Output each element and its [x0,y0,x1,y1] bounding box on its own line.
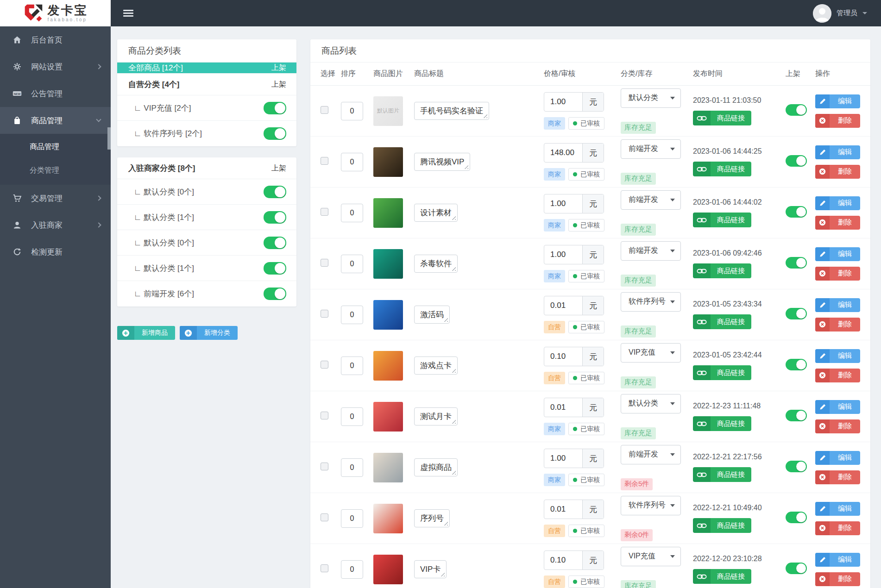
title-textarea[interactable]: 设计素材 [414,204,458,222]
resize-handle-icon[interactable] [444,318,448,322]
brand-logo[interactable]: 发卡宝 fakabao.top [0,0,111,26]
delete-button[interactable]: 删除 [815,521,860,535]
category-select[interactable]: VIP充值 [621,343,681,363]
category-row[interactable]: 自营分类 [4个] 上架 [117,74,296,95]
sort-input[interactable] [341,102,363,120]
category-toggle[interactable] [264,237,286,249]
row-checkbox[interactable] [321,412,328,419]
on-shelf-toggle[interactable] [786,257,807,269]
add-product-button[interactable]: 新增商品 [117,326,175,340]
edit-button[interactable]: 编辑 [815,298,860,312]
row-checkbox[interactable] [321,157,328,165]
on-shelf-toggle[interactable] [786,206,807,218]
price-input[interactable]: 1.00 元 [544,245,604,264]
price-input[interactable]: 0.01 元 [544,398,604,417]
category-select[interactable]: 软件序列号 [621,292,681,312]
product-link-button[interactable]: 商品链接 [693,263,751,278]
resize-handle-icon[interactable] [452,267,456,271]
row-checkbox[interactable] [321,361,328,369]
sidebar-item-notice[interactable]: 公告管理 [0,80,111,107]
product-link-button[interactable]: 商品链接 [693,518,751,533]
product-link-button[interactable]: 商品链接 [693,111,751,125]
category-row[interactable]: ∟ 默认分类 [1个] [117,205,296,230]
edit-button[interactable]: 编辑 [815,400,860,414]
category-toggle[interactable] [264,262,286,275]
sidebar-scrollbar-thumb[interactable] [107,127,111,150]
sidebar-subitem-product-manage[interactable]: 商品管理 [0,135,111,158]
sort-input[interactable] [341,204,363,222]
delete-button[interactable]: 删除 [815,267,860,281]
sort-input[interactable] [341,306,363,324]
sort-input[interactable] [341,153,363,171]
sidebar-item-site[interactable]: 网站设置 [0,53,111,80]
sidebar-item-home[interactable]: 后台首页 [0,26,111,53]
price-input[interactable]: 0.10 元 [544,550,604,570]
category-row[interactable]: 入驻商家分类 [8个] 上架 [117,157,296,179]
edit-button[interactable]: 编辑 [815,349,860,363]
title-textarea[interactable]: 游戏点卡 [414,357,458,375]
delete-button[interactable]: 删除 [815,419,860,433]
on-shelf-toggle[interactable] [786,512,807,523]
product-link-button[interactable]: 商品链接 [693,213,751,227]
delete-button[interactable]: 删除 [815,369,860,382]
category-row[interactable]: ∟ 软件序列号 [2个] [117,121,296,146]
title-textarea[interactable]: 测试月卡 [414,407,458,425]
sidebar-item-update[interactable]: 检测更新 [0,238,111,265]
on-shelf-toggle[interactable] [786,155,807,167]
category-select[interactable]: 前端开发 [621,190,681,210]
row-checkbox[interactable] [321,564,328,572]
price-input[interactable]: 1.00 元 [544,92,604,112]
row-checkbox[interactable] [321,463,328,470]
sidebar-subitem-category-manage[interactable]: 分类管理 [0,158,111,182]
price-input[interactable]: 148.00 元 [544,143,604,163]
sidebar-item-merchant[interactable]: 入驻商家 [0,212,111,238]
sort-input[interactable] [341,255,363,273]
title-textarea[interactable]: 序列号 [414,509,450,527]
title-textarea[interactable]: 激活码 [414,306,450,324]
category-row[interactable]: 全部商品 [12个] 上架 [117,63,296,74]
row-checkbox[interactable] [321,513,328,521]
category-select[interactable]: 软件序列号 [621,496,681,515]
hamburger-menu-icon[interactable] [123,8,133,18]
resize-handle-icon[interactable] [452,216,456,220]
row-checkbox[interactable] [321,259,328,267]
edit-button[interactable]: 编辑 [815,502,860,516]
edit-button[interactable]: 编辑 [815,145,860,159]
delete-button[interactable]: 删除 [815,572,860,586]
price-input[interactable]: 1.00 元 [544,449,604,468]
product-link-button[interactable]: 商品链接 [693,416,751,431]
category-toggle[interactable] [264,186,286,198]
category-toggle[interactable] [264,288,286,300]
on-shelf-toggle[interactable] [786,410,807,421]
category-select[interactable]: 默认分类 [621,88,681,108]
category-row[interactable]: ∟ VIP充值 [2个] [117,95,296,121]
resize-handle-icon[interactable] [483,114,487,118]
product-link-button[interactable]: 商品链接 [693,467,751,482]
on-shelf-toggle[interactable] [786,563,807,574]
sort-input[interactable] [341,509,363,528]
on-shelf-toggle[interactable] [786,359,807,370]
row-checkbox[interactable] [321,106,328,114]
sidebar-item-product[interactable]: 商品管理 [0,107,111,134]
product-link-button[interactable]: 商品链接 [693,314,751,329]
edit-button[interactable]: 编辑 [815,247,860,261]
price-input[interactable]: 0.01 元 [544,500,604,519]
category-row[interactable]: ∟ 默认分类 [1个] [117,256,296,281]
delete-button[interactable]: 删除 [815,114,860,128]
add-category-button[interactable]: 新增分类 [180,326,238,340]
title-textarea[interactable]: 腾讯视频VIP [414,153,470,171]
edit-button[interactable]: 编辑 [815,553,860,567]
category-select[interactable]: 前端开发 [621,241,681,261]
category-toggle[interactable] [264,102,286,114]
edit-button[interactable]: 编辑 [815,94,860,108]
delete-button[interactable]: 删除 [815,165,860,179]
on-shelf-toggle[interactable] [786,104,807,116]
edit-button[interactable]: 编辑 [815,451,860,465]
resize-handle-icon[interactable] [444,521,448,525]
user-menu[interactable]: 管理员 [813,0,881,26]
category-row[interactable]: ∟ 前端开发 [6个] [117,281,296,307]
on-shelf-toggle[interactable] [786,461,807,472]
sort-input[interactable] [341,560,363,579]
category-select[interactable]: 默认分类 [621,394,681,413]
title-textarea[interactable]: 杀毒软件 [414,255,458,273]
